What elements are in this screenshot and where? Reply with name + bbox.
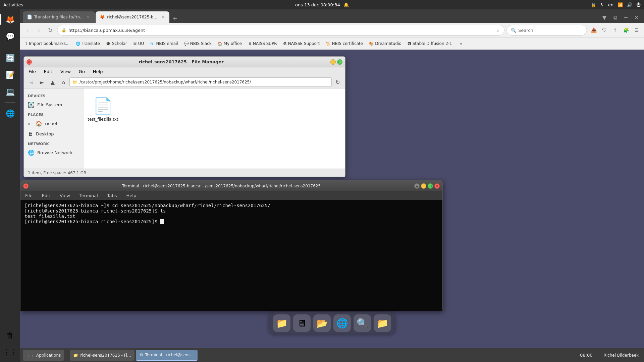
- browser-tab-2[interactable]: 🦊 richel@sens2017625-bia... ✕: [96, 11, 169, 23]
- bookmark-my-office[interactable]: 🏠 My office: [215, 40, 245, 47]
- activities-button[interactable]: Activities: [3, 2, 23, 7]
- tab-favicon-1: 📄: [27, 14, 32, 20]
- file-name-test-filezilla: test_filezilla.txt: [88, 117, 118, 122]
- taskbar-file-manager-btn[interactable]: 📁 richel-sens2017625 - Fi...: [70, 350, 134, 361]
- bookmark-naisse-support[interactable]: 🛠 NAISSE Support: [280, 40, 323, 47]
- fm-sidebar-filesystem[interactable]: 💽 File System: [24, 100, 84, 110]
- dreamstudio-icon: 🎨: [369, 42, 374, 46]
- terminal-menu-help[interactable]: Help: [124, 192, 139, 199]
- menu-button[interactable]: ☰: [632, 25, 641, 35]
- minimize-window-button[interactable]: ─: [621, 13, 631, 22]
- bookmark-nbis-email[interactable]: 📧 NBIS email: [147, 40, 180, 47]
- tab-close-2[interactable]: ✕: [160, 14, 165, 20]
- dock-icon-files[interactable]: 📂: [313, 314, 331, 332]
- sidebar-app-updates[interactable]: 🔄: [3, 51, 17, 65]
- bookmark-nbis-slack[interactable]: 💬 NBIS Slack: [181, 40, 214, 47]
- restore-window-button[interactable]: ⧉: [610, 13, 620, 22]
- dock-icon-network[interactable]: 🌐: [333, 314, 351, 332]
- file-manager-status: 1 item, Free space: 467.1 GB: [24, 169, 345, 177]
- dock-icon-search[interactable]: 🔍: [354, 314, 371, 332]
- new-tab-button[interactable]: +: [170, 13, 179, 23]
- sidebar-app-terminal[interactable]: 💻: [3, 84, 17, 99]
- terminal-line-1: [richel@sens2017625-bianca ~]$ cd sens20…: [24, 203, 270, 208]
- terminal-body[interactable]: [richel@sens2017625-bianca ~]$ cd sens20…: [20, 200, 442, 311]
- sidebar-app-messages[interactable]: 💬: [3, 29, 17, 44]
- security-lock-icon: 🔒: [61, 28, 66, 33]
- tab-close-1[interactable]: ✕: [86, 14, 91, 20]
- bookmark-nbis-email-label: NBIS email: [156, 41, 178, 46]
- fm-menu-help[interactable]: Help: [91, 68, 105, 75]
- taskbar-applications[interactable]: ⋮⋮ Applications: [23, 350, 64, 361]
- ublock-button[interactable]: 🛡: [600, 25, 609, 35]
- fm-back-button[interactable]: ◄: [26, 77, 36, 87]
- bookmark-translate[interactable]: 🌐 Translate: [73, 40, 103, 47]
- terminal-maximize-button[interactable]: □: [428, 183, 433, 189]
- browse-network-icon: 🌐: [28, 149, 35, 156]
- file-manager-title: richel-sens2017625 - File Manager: [35, 59, 328, 64]
- terminal-close-button-2[interactable]: ✕: [434, 183, 440, 189]
- fm-sidebar-desktop[interactable]: 🖥 Desktop: [24, 129, 84, 139]
- fm-menu-edit[interactable]: Edit: [42, 68, 54, 75]
- bookmark-uu-label: UU: [138, 41, 144, 46]
- dock-icon-folder[interactable]: 📁: [273, 314, 290, 332]
- dock-icon-terminal[interactable]: 🖥: [293, 314, 311, 332]
- terminal-menu-file[interactable]: File: [23, 192, 35, 199]
- fm-sidebar-browse-network[interactable]: 🌐 Browse Network: [24, 147, 84, 158]
- fm-sidebar-richel[interactable]: ▶ 🏠 richel: [24, 118, 84, 129]
- pocket-button[interactable]: 📥: [589, 25, 598, 35]
- terminal-menu-view[interactable]: View: [58, 192, 72, 199]
- browser-tab-1[interactable]: 📄 Transferring files to/fro... ✕: [23, 11, 95, 23]
- terminal-menu-tabs[interactable]: Tabs: [105, 192, 119, 199]
- terminal-close-button[interactable]: ✕: [23, 183, 29, 189]
- terminal-menu-terminal[interactable]: Terminal: [77, 192, 100, 199]
- bookmark-naiss-supr[interactable]: 🖥 NAISS SUPR: [245, 40, 280, 47]
- sidebar-app-notes[interactable]: 📝: [3, 67, 17, 82]
- bookmark-star-icon[interactable]: ☆: [496, 28, 500, 33]
- tab-list-button[interactable]: ▼: [600, 13, 609, 22]
- sidebar-app-trash[interactable]: 🗑: [3, 328, 17, 343]
- search-bar[interactable]: 🔍 Search: [506, 25, 587, 36]
- taskbar-fm-label: richel-sens2017625 - Fi...: [80, 353, 131, 358]
- file-item-test-filezilla[interactable]: 📄 test_filezilla.txt: [90, 94, 116, 124]
- bookmark-stable-diffusion[interactable]: 🖼 Stable Diffusion 2-1: [405, 40, 455, 47]
- sidebar-app-network[interactable]: 🌐: [3, 106, 17, 121]
- bookmark-naisse-support-label: NAISSE Support: [288, 41, 320, 46]
- bookmark-dreamstudio[interactable]: 🎨 DreamStudio: [366, 40, 404, 47]
- reload-button[interactable]: ↻: [46, 25, 55, 35]
- address-text: https://bianca.uppmax.uu.se/agent: [68, 28, 494, 33]
- close-window-button[interactable]: ✕: [632, 13, 641, 22]
- forward-button[interactable]: ›: [34, 25, 44, 35]
- extensions-button[interactable]: 🧩: [621, 25, 631, 35]
- sidebar-app-firefox[interactable]: 🦊: [3, 12, 17, 27]
- fm-richel-label: richel: [45, 121, 57, 126]
- bookmarks-overflow-button[interactable]: »: [456, 39, 466, 48]
- back-button[interactable]: ‹: [23, 25, 32, 35]
- terminal-titlebar: ✕ Terminal - richel@sens2017625-bianca:~…: [20, 181, 442, 191]
- fm-refresh-button[interactable]: ↻: [333, 77, 342, 87]
- terminal-restore-button[interactable]: ▲: [414, 183, 420, 189]
- window-close-button[interactable]: ✕: [26, 59, 32, 65]
- fm-filesystem-label: File System: [37, 102, 62, 107]
- terminal-minimize-button[interactable]: ─: [421, 183, 426, 189]
- fm-menu-file[interactable]: File: [26, 68, 38, 75]
- bookmark-import[interactable]: ⤵ Import bookmarks...: [23, 40, 72, 47]
- bookmark-scholar[interactable]: 🎓 Scholar: [103, 40, 130, 47]
- power-icon: ⏻: [636, 2, 641, 7]
- bookmark-nbis-cert[interactable]: 📜 NBIS certificate: [323, 40, 366, 47]
- terminal-menu-edit[interactable]: Edit: [40, 192, 52, 199]
- address-bar[interactable]: 🔒 https://bianca.uppmax.uu.se/agent ☆: [57, 25, 504, 36]
- bookmark-uu[interactable]: 🏛 UU: [130, 40, 147, 47]
- fm-menu-view[interactable]: View: [58, 68, 73, 75]
- fm-menu-go[interactable]: Go: [77, 68, 87, 75]
- window-maximize-button[interactable]: □: [337, 59, 342, 65]
- navigation-bar: ‹ › ↻ 🔒 https://bianca.uppmax.uu.se/agen…: [20, 23, 644, 38]
- window-minimize-button[interactable]: ─: [330, 59, 336, 65]
- fm-home-button[interactable]: ⌂: [59, 77, 68, 87]
- taskbar-terminal-btn[interactable]: 🖥 Terminal - richel@sens...: [136, 350, 198, 361]
- fm-forward-button[interactable]: ►: [37, 77, 47, 87]
- terminal-line-2: [richel@sens2017625-bianca richel-sens20…: [24, 208, 166, 214]
- dock-icon-folder-2[interactable]: 📁: [374, 314, 391, 332]
- fm-up-button[interactable]: ▲: [48, 77, 57, 87]
- share-button[interactable]: ↑: [610, 25, 620, 35]
- sidebar-app-grid[interactable]: ⋮⋮: [3, 345, 17, 359]
